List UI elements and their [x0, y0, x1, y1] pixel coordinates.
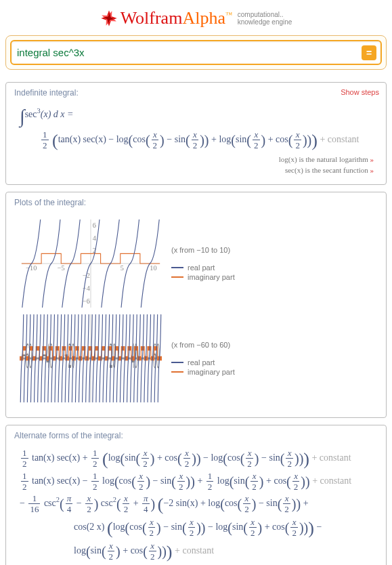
plot-range-2: (x from −60 to 60) [171, 341, 235, 349]
search-input[interactable] [16, 44, 362, 61]
brand-header: WolframAlpha™ computational.. knowledge … [5, 8, 387, 28]
alt-form-3-line2: cos(2 x) (log(cos(x2) − sin(x2)) − log(s… [20, 518, 376, 539]
alt-form-1: 12 tan(x) sec(x) + 12 (log(sin(x2) + cos… [20, 448, 376, 469]
svg-text:−60: −60 [22, 333, 32, 376]
compute-button[interactable]: = [362, 45, 376, 60]
legend-imag: imaginary part [171, 368, 235, 376]
search-bar: = [10, 40, 382, 65]
plot-range-1: (x from −10 to 10) [171, 246, 235, 254]
svg-text:−40: −40 [43, 333, 53, 376]
svg-text:5: 5 [121, 264, 124, 272]
legend-imag: imaginary part [171, 273, 235, 281]
pod-alternate-forms: Alternate forms of the integral: 12 tan(… [5, 425, 387, 565]
svg-text:−6: −6 [83, 297, 90, 304]
show-steps-link[interactable]: Show steps [341, 88, 379, 98]
pod-plots: Plots of the integral: −10−5510 642−2−4−… [5, 192, 387, 418]
svg-text:6: 6 [93, 222, 96, 229]
brand-tagline: computational.. knowledge engine [238, 11, 292, 26]
pod-title: Plots of the integral: [14, 198, 86, 207]
brand-wordmark: WolframAlpha™ [121, 8, 232, 28]
integral-rhs: 12 (tan(x) sec(x) − log(cos(x2) − sin(x2… [20, 130, 376, 151]
svg-text:−5: −5 [58, 264, 65, 272]
integral-lhs: ∫sec3(x) d x = [20, 106, 376, 127]
equals-icon: = [366, 47, 372, 58]
alt-form-3-line3: log(sin(x2) + cos(x2))) + constant [20, 541, 376, 562]
footnotes: log(x) is the natural logarithm » sec(x)… [20, 154, 376, 176]
pod-title: Alternate forms of the integral: [14, 431, 123, 440]
legend-real: real part [171, 264, 235, 272]
alt-form-2: 12 tan(x) sec(x) − 12 log(cos(x2) − sin(… [20, 472, 376, 491]
plot-2: −60−40−20204060 [20, 314, 162, 402]
wolfram-spikey-icon [100, 9, 118, 27]
svg-text:−10: −10 [26, 264, 37, 272]
legend-real: real part [171, 358, 235, 367]
pod-title: Indefinite integral: [14, 88, 79, 98]
svg-text:4: 4 [93, 234, 96, 241]
plot-row-1: −10−5510 642−2−4−6 (x from −10 to 10) [20, 219, 376, 308]
plot-1: −10−5510 642−2−4−6 [20, 219, 162, 308]
alt-form-3-line1: − 116 csc2(π4 − x2) csc2(x2 + π4) (−2 si… [20, 494, 376, 515]
plot-row-2: −60−40−20204060 (x from −60 to 60) real … [20, 314, 376, 402]
pod-indefinite-integral: Indefinite integral: Show steps ∫sec3(x)… [5, 82, 387, 185]
search-container: = [5, 35, 387, 70]
svg-text:10: 10 [150, 264, 156, 272]
